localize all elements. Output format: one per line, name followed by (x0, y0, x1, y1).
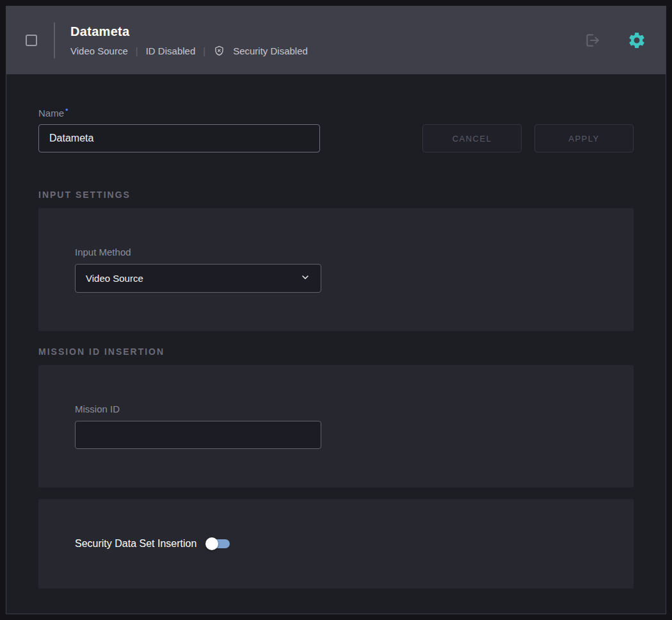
status-separator: | (136, 45, 138, 56)
gear-icon[interactable] (627, 31, 646, 50)
panel-header: Datameta Video Source | ID Disabled | Se… (6, 6, 666, 74)
status-id-disabled: ID Disabled (146, 45, 196, 56)
name-row: Name• CANCEL APPLY (38, 105, 634, 152)
mission-id-input[interactable] (75, 421, 321, 449)
app-window: Datameta Video Source | ID Disabled | Se… (0, 0, 672, 620)
input-method-label: Input Method (75, 247, 597, 257)
header-divider (54, 22, 55, 58)
security-toggle[interactable] (205, 537, 230, 550)
apply-button[interactable]: APPLY (534, 124, 634, 152)
panel-body: Name• CANCEL APPLY INPUT SETTINGS Input … (6, 74, 666, 614)
form-actions: CANCEL APPLY (422, 124, 634, 152)
chevron-down-icon (300, 272, 310, 285)
title-block: Datameta Video Source | ID Disabled | Se… (70, 24, 308, 57)
status-input-method: Video Source (70, 45, 128, 56)
section-heading-input-settings: INPUT SETTINGS (38, 190, 634, 200)
input-method-select[interactable]: Video Source (75, 264, 321, 293)
security-toggle-label: Security Data Set Insertion (75, 538, 196, 550)
input-settings-card: Input Method Video Source (38, 208, 634, 331)
mission-id-card: Mission ID (38, 365, 634, 487)
status-row: Video Source | ID Disabled | Security Di… (70, 45, 308, 57)
toggle-knob (205, 537, 218, 550)
input-method-value: Video Source (86, 273, 143, 284)
datameta-settings-panel: Datameta Video Source | ID Disabled | Se… (6, 6, 666, 614)
security-card: Security Data Set Insertion (38, 499, 634, 589)
name-input[interactable] (38, 124, 320, 152)
shield-disabled-icon (213, 45, 225, 57)
header-actions (584, 31, 646, 50)
cancel-button[interactable]: CANCEL (422, 124, 522, 152)
mission-id-label: Mission ID (75, 404, 597, 414)
name-field-group: Name• (38, 105, 320, 152)
export-icon[interactable] (584, 32, 600, 49)
required-indicator: • (65, 105, 68, 115)
section-heading-mission-id: MISSION ID INSERTION (38, 347, 634, 357)
name-label: Name• (38, 105, 320, 118)
status-separator: | (203, 45, 205, 56)
select-checkbox[interactable] (26, 35, 37, 46)
page-title: Datameta (70, 24, 308, 39)
status-security-disabled: Security Disabled (233, 45, 308, 56)
